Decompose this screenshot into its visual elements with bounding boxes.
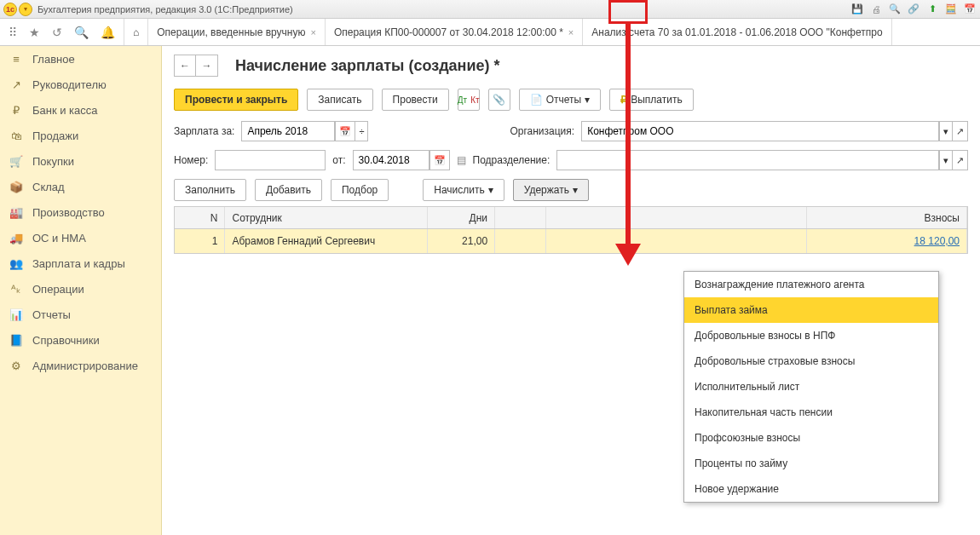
sidebar-item-bank[interactable]: ₽Банк и касса — [0, 97, 161, 123]
col-days-header[interactable]: Дни — [428, 207, 495, 228]
tab-1[interactable]: Операция КП00-000007 от 30.04.2018 12:00… — [326, 19, 583, 45]
deduct-dropdown: Вознаграждение платежного агента Выплата… — [683, 271, 939, 503]
apps-icon[interactable]: ⠿ — [9, 26, 17, 39]
sidebar-item-warehouse[interactable]: 📦Склад — [0, 174, 161, 199]
dd-item-4[interactable]: Исполнительный лист — [684, 374, 938, 400]
app-menu-dropdown[interactable]: ▾ — [19, 3, 32, 16]
calendar-picker-icon[interactable]: 📅 — [429, 150, 450, 170]
dd-item-2[interactable]: Добровольные взносы в НПФ — [684, 323, 938, 348]
org-label: Организация: — [510, 125, 574, 137]
post-button[interactable]: Провести — [382, 89, 449, 111]
doc-icon[interactable]: ▤ — [457, 154, 466, 166]
number-label: Номер: — [174, 154, 208, 166]
cart-icon: 🛒 — [9, 155, 24, 168]
date-input[interactable]: 📅 — [353, 150, 450, 170]
truck-icon: 🚚 — [9, 232, 24, 244]
col-fees-header[interactable]: Взносы — [807, 207, 967, 228]
sidebar-item-manager[interactable]: ↗Руководителю — [0, 72, 161, 97]
stepper-icon[interactable]: ÷ — [355, 121, 368, 141]
dropdown-icon[interactable]: ▾ — [939, 150, 953, 170]
close-icon[interactable]: × — [568, 27, 574, 37]
favorite-icon[interactable]: ★ — [29, 26, 40, 39]
dd-item-6[interactable]: Профсоюзные взносы — [684, 425, 938, 451]
sidebar-item-salary[interactable]: 👥Зарплата и кадры — [0, 250, 161, 276]
col-accr-header[interactable] — [546, 207, 808, 228]
ruble-icon: ₽ — [9, 104, 24, 117]
date-field[interactable] — [353, 150, 429, 170]
dept-field[interactable] — [556, 150, 939, 170]
sidebar-item-assets[interactable]: 🚚ОС и НМА — [0, 225, 161, 250]
salary-period-input[interactable]: 📅 ÷ — [241, 121, 368, 141]
dd-item-8[interactable]: Новое удержание — [684, 476, 938, 502]
window-title: Бухгалтерия предприятия, редакция 3.0 (1… — [37, 4, 293, 14]
dd-item-0[interactable]: Вознаграждение платежного агента — [684, 272, 938, 297]
sidebar-item-main[interactable]: ≡Главное — [0, 46, 161, 72]
dd-item-3[interactable]: Добровольные страховые взносы — [684, 348, 938, 374]
post-and-close-button[interactable]: Провести и закрыть — [174, 89, 298, 111]
sidebar-item-production[interactable]: 🏭Производство — [0, 199, 161, 225]
search-icon[interactable]: 🔍 — [888, 3, 902, 16]
barchart-icon: 📊 — [9, 308, 24, 321]
sidebar-item-admin[interactable]: ⚙Администрирование — [0, 353, 161, 378]
col-n-header[interactable]: N — [175, 207, 225, 228]
gear-icon: ⚙ — [9, 360, 24, 372]
main-content: ← → Начисление зарплаты (создание) * Про… — [162, 46, 980, 535]
factory-icon: 🏭 — [9, 206, 24, 219]
close-icon[interactable]: × — [310, 27, 315, 37]
dt-kt-button[interactable]: ДтКт — [458, 89, 480, 111]
dd-item-7[interactable]: Проценты по займу — [684, 451, 938, 476]
app-logo-icon: 1c — [3, 3, 17, 16]
fees-link[interactable]: 18 120,00 — [914, 235, 960, 247]
page-title: Начисление зарплаты (создание) * — [235, 57, 500, 75]
deduct-button[interactable]: Удержать▾ — [513, 179, 589, 201]
save-icon[interactable]: 💾 — [850, 3, 864, 16]
fill-button[interactable]: Заполнить — [174, 179, 246, 201]
attach-button[interactable]: 📎 — [488, 89, 510, 111]
home-icon: ⌂ — [133, 26, 139, 38]
chart-icon: ↗ — [9, 78, 24, 91]
window-titlebar: 1c ▾ Бухгалтерия предприятия, редакция 3… — [0, 0, 980, 19]
pick-button[interactable]: Подбор — [331, 179, 389, 201]
tab-home[interactable]: ⌂ — [124, 19, 148, 45]
sidebar-item-operations[interactable]: ᴬₖОперации — [0, 276, 161, 302]
org-field[interactable] — [581, 121, 939, 141]
dropdown-icon[interactable]: ▾ — [939, 121, 953, 141]
pay-button[interactable]: ₽Выплатить — [609, 89, 694, 111]
dept-label: Подразделение: — [473, 154, 551, 166]
add-button[interactable]: Добавить — [255, 179, 322, 201]
number-field[interactable] — [215, 150, 326, 170]
table-row[interactable]: 1 Абрамов Геннадий Сергеевич 21,00 18 12… — [175, 229, 967, 253]
people-icon: 👥 — [9, 257, 24, 270]
search-toolbar-icon[interactable]: 🔍 — [74, 26, 89, 39]
calendar-picker-icon[interactable]: 📅 — [335, 121, 355, 141]
bag-icon: 🛍 — [9, 129, 24, 142]
box-icon: 📦 — [9, 181, 24, 193]
sidebar-item-purchases[interactable]: 🛒Покупки — [0, 148, 161, 174]
reports-button[interactable]: 📄Отчеты▾ — [519, 89, 601, 111]
menu-icon: ≡ — [9, 53, 24, 66]
tab-0[interactable]: Операции, введенные вручную× — [148, 19, 326, 45]
tab-2[interactable]: Анализ счета 70 за 01.01.2018 - 01.06.20… — [583, 19, 891, 45]
nav-forward-button[interactable]: → — [196, 55, 218, 77]
sidebar-item-sales[interactable]: 🛍Продажи — [0, 123, 161, 148]
sidebar-item-reports[interactable]: 📊Отчеты — [0, 302, 161, 327]
nav-back-button[interactable]: ← — [174, 55, 196, 77]
save-button[interactable]: Записать — [307, 89, 372, 111]
calendar-icon[interactable]: 📅 — [963, 3, 977, 16]
col-hours-header[interactable] — [495, 207, 545, 228]
open-icon[interactable]: ↗ — [953, 150, 968, 170]
salary-period-field[interactable] — [241, 121, 335, 141]
dd-item-1[interactable]: Выплата займа — [684, 297, 938, 323]
history-icon[interactable]: ↺ — [52, 26, 62, 39]
notifications-icon[interactable]: 🔔 — [101, 26, 115, 39]
export-icon[interactable]: ⬆ — [925, 3, 939, 16]
calc-icon[interactable]: 🧮 — [944, 3, 958, 16]
operations-icon: ᴬₖ — [9, 283, 24, 296]
dd-item-5[interactable]: Накопительная часть пенсии — [684, 400, 938, 425]
sidebar-item-catalogs[interactable]: 📘Справочники — [0, 327, 161, 353]
print-icon[interactable]: 🖨 — [869, 3, 883, 16]
link-icon[interactable]: 🔗 — [907, 3, 920, 16]
open-icon[interactable]: ↗ — [953, 121, 968, 141]
accrue-button[interactable]: Начислить▾ — [423, 179, 504, 201]
col-emp-header[interactable]: Сотрудник — [225, 207, 427, 228]
